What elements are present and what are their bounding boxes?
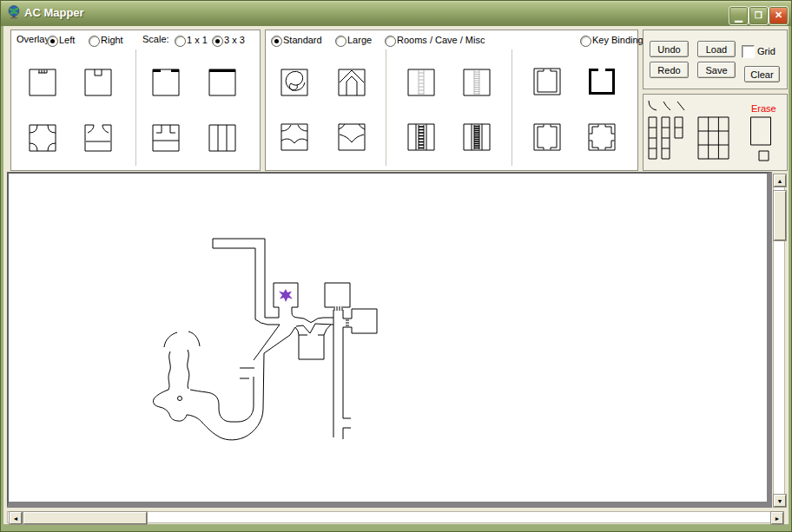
overlay-palette-box: Overlay: Scale: LeftRight 1 x 13 x 3 bbox=[10, 30, 261, 171]
tile-arrow-up-passage[interactable] bbox=[338, 69, 366, 96]
map-wall-path bbox=[188, 327, 295, 440]
palette-mode-option-label[interactable]: Standard bbox=[283, 35, 322, 45]
scroll-down-button[interactable]: ▼ bbox=[774, 495, 786, 507]
map-wall-path bbox=[213, 239, 265, 318]
tile-ladder-dark-sparse[interactable] bbox=[407, 123, 435, 151]
tile-passage-funnel-top[interactable] bbox=[84, 124, 112, 152]
overlay-option-label[interactable]: Right bbox=[101, 35, 123, 45]
map-wall-path bbox=[168, 351, 170, 390]
overlay-radio-left[interactable] bbox=[47, 36, 58, 47]
scale-label: Scale: bbox=[142, 34, 169, 44]
save-button[interactable]: Save bbox=[697, 62, 736, 78]
erase-label: Erase bbox=[751, 103, 776, 114]
map-wall-path bbox=[334, 306, 342, 311]
palette-mode-radio-standard[interactable] bbox=[271, 36, 282, 47]
window-title: AC Mapper bbox=[24, 6, 84, 19]
map-wall-path bbox=[254, 325, 280, 360]
tile-cave-fork[interactable] bbox=[280, 123, 308, 151]
scroll-left-button[interactable]: ◄ bbox=[10, 512, 22, 524]
map-wall-path bbox=[343, 327, 351, 418]
tile-curve-corner-a[interactable] bbox=[647, 100, 658, 112]
palette-mode-option-label[interactable]: Rooms / Cave / Misc bbox=[397, 35, 485, 45]
tile-diagonal-wall[interactable] bbox=[675, 100, 686, 112]
load-button[interactable]: Load bbox=[697, 41, 736, 57]
map-wall-path bbox=[188, 332, 200, 346]
palette-mode-radio-key-bindings[interactable] bbox=[580, 36, 591, 47]
tile-cave-chevron[interactable] bbox=[338, 123, 366, 151]
map-canvas[interactable] bbox=[7, 172, 772, 508]
scale-radio-1-x-1[interactable] bbox=[175, 36, 186, 47]
map-wall-path bbox=[298, 318, 333, 323]
actions-panel: Undo Redo Load Save Grid Clear bbox=[643, 30, 788, 89]
tile-curve-corner-b[interactable] bbox=[661, 100, 672, 112]
palette-mode-radio-large[interactable] bbox=[335, 36, 346, 47]
tile-column-strip-4a[interactable] bbox=[648, 116, 657, 160]
tile-ladder-dark-dense[interactable] bbox=[463, 123, 491, 151]
tile-ladder-light-dense[interactable] bbox=[463, 69, 491, 96]
tile-passage-door-top[interactable] bbox=[84, 69, 112, 96]
palette-mode-option-label[interactable]: Key Bindings bbox=[592, 35, 648, 45]
redo-button[interactable]: Redo bbox=[650, 62, 689, 78]
map-drawing bbox=[9, 174, 767, 502]
map-wall-path bbox=[292, 307, 298, 318]
map-wall-path bbox=[299, 335, 324, 359]
scroll-right-button[interactable]: ► bbox=[771, 512, 783, 524]
close-button[interactable]: ✕ bbox=[769, 6, 789, 25]
tile-wall-gap-top[interactable] bbox=[152, 69, 180, 96]
map-wall-path bbox=[255, 319, 280, 325]
tile-spiral-passage[interactable] bbox=[280, 69, 308, 96]
tile-parallel-passages[interactable] bbox=[208, 124, 236, 152]
map-wall-path bbox=[325, 283, 350, 307]
tile-block-3x3[interactable] bbox=[697, 116, 729, 160]
tile-erase-cell[interactable] bbox=[758, 150, 769, 161]
map-wall-path bbox=[190, 377, 254, 422]
grid-checkbox-label: Grid bbox=[757, 46, 776, 56]
tile-room-thick-door-top[interactable] bbox=[588, 68, 616, 95]
scale-radio-3-x-3[interactable] bbox=[212, 36, 223, 47]
standard-palette-box: StandardLargeRooms / Cave / MiscKey Bind… bbox=[265, 30, 638, 171]
tile-column-strip-2[interactable] bbox=[674, 116, 683, 139]
undo-button[interactable]: Undo bbox=[650, 41, 689, 57]
palette-separator bbox=[386, 49, 386, 166]
tile-passage-grate-top[interactable] bbox=[29, 69, 56, 96]
tile-erase-area[interactable] bbox=[749, 116, 772, 146]
arrow-up-icon: ▲ bbox=[777, 178, 783, 184]
clear-button[interactable]: Clear bbox=[744, 66, 780, 82]
scale-option-label[interactable]: 1 x 1 bbox=[187, 35, 208, 45]
grid-checkbox[interactable] bbox=[742, 45, 755, 58]
tile-wall-solid-top[interactable] bbox=[208, 69, 236, 96]
scroll-up-button[interactable]: ▲ bbox=[774, 174, 786, 187]
overlay-option-label[interactable]: Left bbox=[59, 35, 75, 45]
overlay-radio-right[interactable] bbox=[89, 36, 100, 47]
horizontal-scroll-thumb[interactable] bbox=[23, 512, 147, 524]
scale-option-label[interactable]: 3 x 3 bbox=[224, 35, 245, 45]
minimize-icon: ▁ bbox=[735, 11, 742, 22]
tools-panel: Erase bbox=[643, 94, 788, 171]
maximize-button[interactable]: ❒ bbox=[749, 6, 769, 25]
map-wall-path bbox=[343, 428, 351, 439]
minimize-button[interactable]: ▁ bbox=[729, 6, 749, 25]
tile-intersection-rounded[interactable] bbox=[29, 124, 56, 152]
globe-icon bbox=[7, 5, 21, 19]
tile-t-junction-top[interactable] bbox=[152, 124, 180, 152]
tile-room-doors-top-bottom[interactable] bbox=[533, 123, 561, 151]
vertical-scroll-thumb[interactable] bbox=[774, 191, 786, 240]
vertical-scrollbar[interactable]: ▲ ▼ bbox=[773, 174, 785, 508]
map-wall-path bbox=[213, 239, 255, 319]
tile-room-door-top[interactable] bbox=[533, 68, 561, 95]
map-wall-path bbox=[265, 307, 279, 318]
map-wall-path bbox=[188, 350, 189, 389]
palette-mode-radio-rooms-cave-misc[interactable] bbox=[385, 36, 396, 47]
tile-ladder-light-sparse[interactable] bbox=[407, 69, 435, 96]
map-wall-path bbox=[346, 320, 349, 325]
map-wall-path bbox=[352, 309, 377, 333]
tile-room-doors-all-sides[interactable] bbox=[588, 123, 616, 151]
arrow-down-icon: ▼ bbox=[777, 498, 783, 504]
map-wall-path bbox=[324, 325, 331, 335]
horizontal-scrollbar[interactable]: ◄ ► bbox=[7, 511, 784, 523]
title-bar: AC Mapper ▁ ❒ ✕ bbox=[0, 0, 792, 26]
palette-mode-option-label[interactable]: Large bbox=[347, 35, 372, 45]
map-wall-path bbox=[153, 390, 188, 421]
tile-column-strip-4b[interactable] bbox=[661, 116, 670, 160]
map-wall-path bbox=[295, 327, 299, 335]
